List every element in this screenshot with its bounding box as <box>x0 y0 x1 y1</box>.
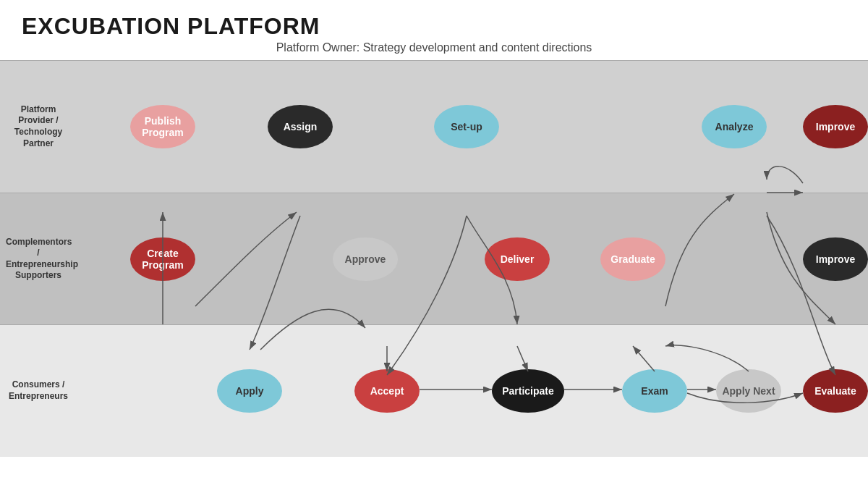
node-accept[interactable]: Accept <box>354 369 420 413</box>
node-participate-label: Participate <box>502 385 554 397</box>
node-improve-mid-label: Improve <box>816 253 855 265</box>
lane-top: Platform Provider / Technology Partner P… <box>0 60 868 193</box>
node-participate[interactable]: Participate <box>492 369 564 413</box>
lane-middle-label: Complementors / Entrepreneurship Support… <box>6 236 71 281</box>
node-graduate[interactable]: Graduate <box>600 237 665 281</box>
node-approve-label: Approve <box>345 253 386 265</box>
node-setup[interactable]: Set-up <box>434 105 499 148</box>
node-improve-top-label: Improve <box>816 121 855 132</box>
node-publish-program-label: Publish Program <box>130 115 195 138</box>
node-approve[interactable]: Approve <box>333 237 398 281</box>
node-create-program[interactable]: Create Program <box>130 237 195 281</box>
node-setup-label: Set-up <box>451 121 482 132</box>
node-apply[interactable]: Apply <box>217 369 282 413</box>
header: EXCUBATION PLATFORM Platform Owner: Stra… <box>0 0 868 60</box>
node-create-program-label: Create Program <box>130 248 195 271</box>
lane-bottom: Consumers / Entrepreneurs Apply Accept P… <box>0 324 868 457</box>
node-analyze[interactable]: Analyze <box>702 105 767 148</box>
node-graduate-label: Graduate <box>610 253 655 265</box>
page-title: EXCUBATION PLATFORM <box>22 13 846 40</box>
node-exam-label: Exam <box>641 385 668 397</box>
lane-middle-content: Create Program Approve Deliver Graduate … <box>72 193 868 325</box>
lane-bottom-content: Apply Accept Participate Exam Apply Next… <box>72 325 868 457</box>
node-publish-program[interactable]: Publish Program <box>130 105 195 148</box>
node-apply-label: Apply <box>236 385 264 397</box>
node-deliver-label: Deliver <box>501 253 535 265</box>
node-apply-next-label: Apply Next <box>722 385 775 397</box>
node-deliver[interactable]: Deliver <box>485 237 550 281</box>
diagram-container: Platform Provider / Technology Partner P… <box>0 60 868 457</box>
node-evaluate-label: Evaluate <box>814 385 856 397</box>
page-subtitle: Platform Owner: Strategy development and… <box>22 41 846 54</box>
node-assign[interactable]: Assign <box>268 105 333 148</box>
lane-bottom-label: Consumers / Entrepreneurs <box>6 380 71 403</box>
lane-top-label: Platform Provider / Technology Partner <box>6 104 71 149</box>
node-apply-next[interactable]: Apply Next <box>716 369 781 413</box>
node-evaluate[interactable]: Evaluate <box>803 369 868 413</box>
node-improve-top[interactable]: Improve <box>803 105 868 148</box>
node-improve-mid[interactable]: Improve <box>803 237 868 281</box>
node-accept-label: Accept <box>370 385 404 397</box>
node-assign-label: Assign <box>284 121 318 132</box>
lane-top-content: Publish Program Assign Set-up Analyze Im… <box>72 61 868 193</box>
node-exam[interactable]: Exam <box>622 369 687 413</box>
node-analyze-label: Analyze <box>715 121 754 132</box>
lane-middle: Complementors / Entrepreneurship Support… <box>0 193 868 325</box>
